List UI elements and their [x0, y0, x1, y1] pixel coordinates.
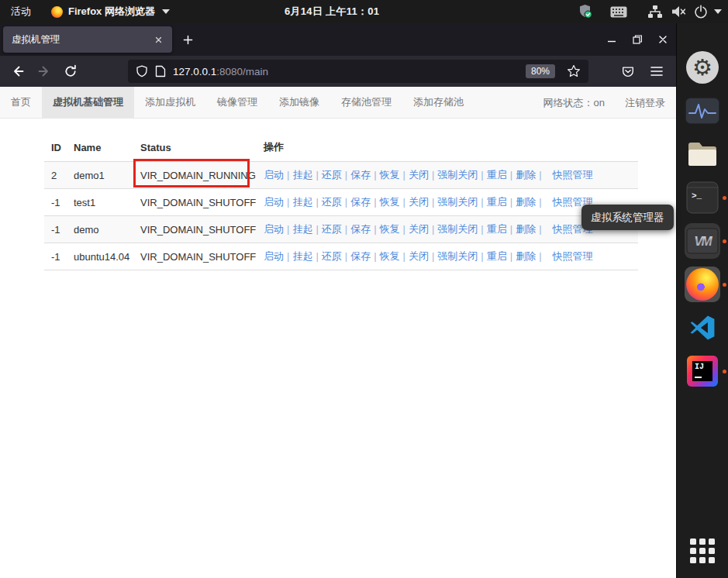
action-separator: | [507, 223, 516, 235]
dock-firefox[interactable] [685, 267, 720, 302]
vm-action-link[interactable]: 快照管理 [553, 169, 593, 181]
vm-action-link[interactable]: 重启 [487, 250, 507, 262]
running-indicator [723, 239, 726, 243]
vm-action-link[interactable]: 删除 [516, 250, 536, 262]
vm-action-link[interactable]: 强制关闭 [437, 196, 478, 208]
vm-action-link[interactable]: 恢复 [380, 196, 400, 208]
vm-action-link[interactable]: 保存 [350, 223, 371, 235]
restore-button[interactable] [627, 29, 647, 50]
audio-muted-icon[interactable] [671, 5, 686, 19]
toolbar-right [621, 64, 663, 78]
dock-system-monitor[interactable] [685, 93, 720, 129]
vm-action-link[interactable]: 启动 [264, 223, 284, 235]
url-bar[interactable]: 127.0.0.1:8080/main 80% [128, 60, 588, 83]
vm-action-link[interactable]: 重启 [487, 196, 507, 208]
vm-action-link[interactable]: 关闭 [409, 250, 429, 262]
vm-status: VIR_DOMAIN_SHUTOFF [140, 243, 264, 270]
vm-action-link[interactable]: 还原 [322, 196, 342, 208]
action-separator: | [371, 169, 379, 181]
nav-item-5[interactable]: 存储池管理 [330, 87, 402, 118]
vm-action-link[interactable]: 关闭 [409, 196, 429, 208]
vm-action-link[interactable]: 启动 [264, 196, 284, 208]
tab-vm-management[interactable]: 虚拟机管理 [3, 26, 172, 53]
vm-id: -1 [44, 243, 74, 270]
vm-action-link[interactable]: 挂起 [292, 223, 312, 235]
action-separator: | [536, 223, 544, 235]
nav-item-0[interactable]: 首页 [0, 87, 42, 118]
col-name: Name [74, 133, 140, 162]
col-actions: 操作 [264, 133, 638, 162]
dock-intellij-idea[interactable]: IJ [685, 353, 720, 389]
vm-action-link[interactable]: 恢复 [380, 169, 400, 181]
terminal-icon: >_ [686, 181, 719, 214]
reload-button[interactable] [59, 60, 82, 83]
wired-network-icon[interactable] [647, 5, 663, 19]
vm-action-link[interactable]: 启动 [264, 169, 284, 181]
vm-action-link[interactable]: 恢复 [380, 250, 400, 262]
power-icon[interactable] [694, 5, 708, 19]
dock-files[interactable] [685, 136, 720, 172]
logout-link[interactable]: 注销登录 [625, 96, 665, 110]
vm-action-link[interactable]: 强制关闭 [437, 223, 478, 235]
vm-action-link[interactable]: 删除 [516, 223, 536, 235]
table-header-row: ID Name Status 操作 [44, 133, 638, 162]
vm-action-link[interactable]: 还原 [322, 223, 342, 235]
nav-item-2[interactable]: 添加虚拟机 [134, 87, 206, 118]
vm-action-link[interactable]: 快照管理 [553, 250, 593, 262]
vm-action-link[interactable]: 还原 [322, 250, 342, 262]
new-tab-button[interactable] [178, 30, 197, 49]
forward-button[interactable] [33, 60, 56, 83]
vm-action-link[interactable]: 还原 [322, 169, 342, 181]
tab-close-icon[interactable] [150, 32, 166, 47]
system-tray [578, 0, 722, 23]
shield-check-icon[interactable] [578, 4, 593, 19]
vm-action-link[interactable]: 挂起 [292, 196, 312, 208]
firefox-mini-icon [51, 6, 63, 18]
nav-item-1[interactable]: 虚拟机基础管理 [42, 87, 134, 118]
menu-hamburger-icon[interactable] [650, 66, 663, 77]
action-separator: | [536, 250, 544, 262]
vm-action-link[interactable]: 恢复 [380, 223, 400, 235]
keyboard-icon[interactable] [610, 6, 627, 18]
vm-action-link[interactable]: 强制关闭 [437, 169, 478, 181]
vm-action-link[interactable]: 保存 [350, 250, 371, 262]
page-info-icon[interactable] [155, 65, 166, 77]
zoom-level-badge[interactable]: 80% [526, 64, 555, 78]
vm-action-link[interactable]: 删除 [516, 169, 536, 181]
vm-action-link[interactable]: 启动 [264, 250, 284, 262]
dock-terminal[interactable]: >_ [685, 180, 720, 215]
dock-vscode[interactable] [685, 310, 720, 346]
vm-action-link[interactable]: 关闭 [409, 169, 429, 181]
svg-text:>_: >_ [692, 191, 702, 201]
back-button[interactable] [6, 60, 29, 83]
tray-caret-down-icon[interactable] [714, 9, 722, 14]
dock-settings[interactable]: ⚙ [685, 50, 720, 85]
vm-id: 2 [44, 162, 74, 189]
vm-action-link[interactable]: 强制关闭 [437, 250, 478, 262]
close-button[interactable] [653, 29, 673, 50]
vm-action-link[interactable]: 重启 [487, 223, 507, 235]
vm-action-link[interactable]: 关闭 [409, 223, 429, 235]
nav-item-4[interactable]: 添加镜像 [268, 87, 330, 118]
clock[interactable]: 6月14日 上午11：01 [285, 0, 379, 23]
vm-action-link[interactable]: 重启 [487, 169, 507, 181]
minimize-button[interactable] [602, 29, 622, 50]
nav-item-3[interactable]: 镜像管理 [206, 87, 268, 118]
activities-button[interactable]: 活动 [0, 0, 42, 23]
dock-virt-manager[interactable]: VM [685, 223, 720, 259]
vm-action-link[interactable]: 保存 [350, 169, 371, 181]
pocket-icon[interactable] [621, 64, 635, 78]
vm-status: VIR_DOMAIN_SHUTOFF [140, 189, 264, 216]
url-text[interactable]: 127.0.0.1:8080/main [173, 66, 268, 77]
nav-item-6[interactable]: 添加存储池 [402, 87, 474, 118]
vm-id: -1 [44, 189, 74, 216]
vm-action-link[interactable]: 保存 [350, 196, 371, 208]
vm-action-link[interactable]: 挂起 [292, 169, 312, 181]
bookmark-star-icon[interactable] [567, 64, 581, 78]
vm-action-link[interactable]: 删除 [516, 196, 536, 208]
vm-action-link[interactable]: 挂起 [292, 250, 312, 262]
svg-text:VM: VM [694, 234, 712, 249]
tracking-shield-icon[interactable] [136, 65, 148, 77]
dock-show-apps[interactable] [685, 533, 720, 569]
app-menu-button[interactable]: Firefox 网络浏览器 [42, 0, 179, 23]
